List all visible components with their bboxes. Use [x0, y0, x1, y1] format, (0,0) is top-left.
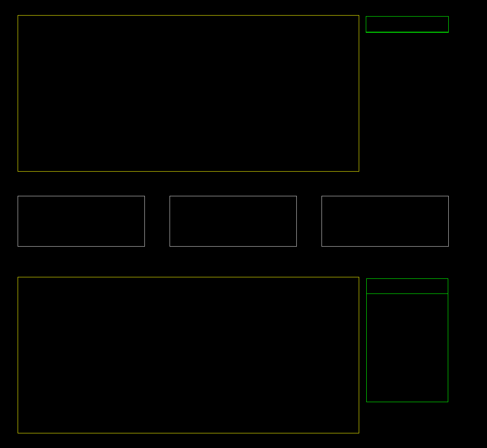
bottom-ionogram-canvas	[18, 277, 359, 433]
panel-evidence-f2-canvas	[322, 196, 448, 246]
panel-eliminate-reflections-canvas	[170, 196, 296, 246]
aip-table-header	[367, 279, 448, 294]
autoscala-table-header	[366, 17, 448, 32]
panel-original-ionogram-canvas	[18, 196, 144, 246]
top-ionogram-canvas	[18, 16, 359, 171]
autoscala-output-table	[366, 16, 449, 33]
aip-output-table	[366, 278, 448, 402]
autoscala-screen	[0, 0, 487, 448]
